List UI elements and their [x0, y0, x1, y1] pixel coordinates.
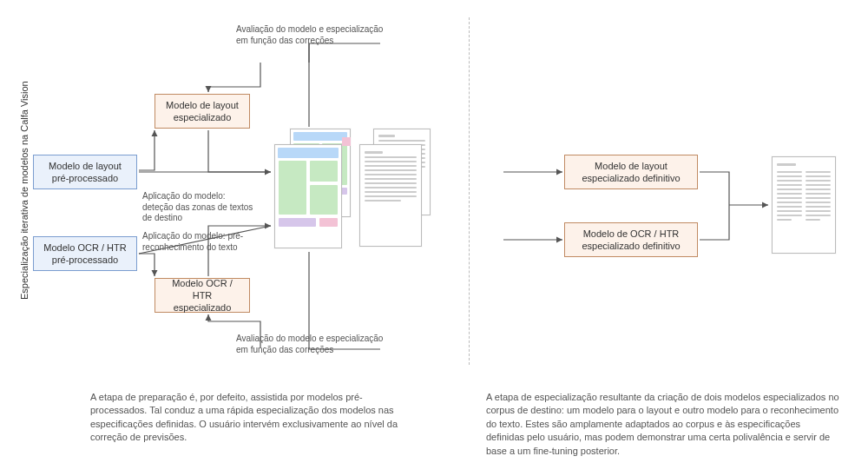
caption-top-eval: Avaliação do modelo e especialização em …	[236, 24, 384, 46]
box-layout-pre: Modelo de layout pré-processado	[33, 155, 137, 189]
side-title: Especialização iterativa de modelos na C…	[19, 81, 30, 300]
caption-layout-apply: Aplicação do modelo: deteção das zonas d…	[142, 191, 255, 224]
caption-ocr-apply: Aplicação do modelo: pré-reconhecimento …	[142, 231, 255, 253]
box-ocr-definitive: Modelo de OCR / HTR especializado defini…	[564, 222, 698, 257]
box-layout-definitive: Modelo de layout especializado definitiv…	[564, 155, 698, 189]
box-ocr-definitive-label: Modelo de OCR / HTR especializado defini…	[572, 228, 690, 253]
doc-layout-front	[274, 144, 342, 248]
doc-layout-corner	[342, 137, 351, 146]
box-ocr-pre-label: Modelo OCR / HTR pré-processado	[41, 241, 129, 267]
caption-bottom-eval: Avaliação do modelo e especialização em …	[236, 334, 384, 355]
doc-text-front	[359, 144, 422, 247]
doc-output	[772, 156, 836, 254]
box-layout-definitive-label: Modelo de layout especializado definitiv…	[572, 160, 690, 185]
box-layout-pre-label: Modelo de layout pré-processado	[41, 160, 129, 185]
box-layout-specialized: Modelo de layout especializado	[155, 94, 250, 129]
box-layout-specialized-label: Modelo de layout especializado	[162, 99, 242, 124]
paragraph-left: A etapa de preparação é, por defeito, as…	[90, 391, 413, 445]
vertical-divider	[469, 17, 470, 365]
paragraph-right: A etapa de especialização resultante da …	[486, 391, 840, 458]
box-ocr-pre: Modelo OCR / HTR pré-processado	[33, 236, 137, 271]
box-ocr-specialized-label: Modelo OCR / HTR especializado	[162, 277, 242, 314]
box-ocr-specialized: Modelo OCR / HTR especializado	[155, 278, 250, 313]
